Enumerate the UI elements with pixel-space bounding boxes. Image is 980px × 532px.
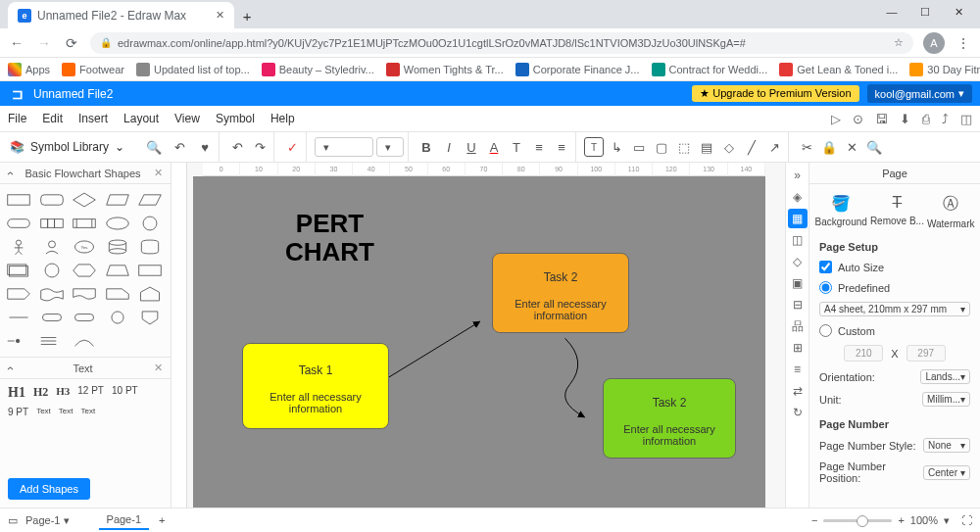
text-h2[interactable]: H2: [33, 385, 48, 401]
shape-actor[interactable]: [4, 237, 33, 257]
flowchart-shapes-header[interactable]: › Basic Flowchart Shapes ✕: [0, 163, 171, 184]
window-minimize-icon[interactable]: —: [876, 0, 907, 24]
text-12pt[interactable]: 12 PT: [77, 385, 104, 401]
layers-icon[interactable]: ⬚: [674, 137, 694, 157]
bookmark-item[interactable]: Footwear: [62, 63, 124, 76]
search-icon[interactable]: 🔍: [144, 137, 164, 157]
shape-pentagon[interactable]: [4, 284, 33, 304]
shape-doc[interactable]: [70, 284, 99, 304]
shape-icon[interactable]: ◇: [719, 137, 739, 157]
redo-icon[interactable]: ↷: [250, 137, 270, 157]
text-tool-icon[interactable]: T: [584, 137, 604, 157]
shape-ellipse[interactable]: [103, 214, 132, 233]
chevron-down-icon[interactable]: ⌄: [115, 140, 124, 154]
menu-help[interactable]: Help: [270, 112, 295, 125]
shape-cylinder[interactable]: [103, 237, 132, 257]
bookmark-item[interactable]: Updated list of top...: [136, 63, 250, 76]
menu-edit[interactable]: Edit: [42, 112, 63, 125]
group-icon[interactable]: ▣: [788, 273, 808, 293]
undo-icon[interactable]: ↶: [227, 137, 247, 157]
connector-icon[interactable]: ↳: [607, 137, 626, 157]
bookmark-item[interactable]: Contract for Weddi...: [652, 63, 768, 76]
pn-style-dropdown[interactable]: None▾: [923, 438, 970, 453]
upgrade-button[interactable]: ★ Upgrade to Premium Version: [692, 85, 858, 102]
text-block[interactable]: Text: [59, 407, 74, 417]
bookmark-item[interactable]: Women Tights & Tr...: [386, 63, 504, 76]
arrow-icon[interactable]: ↗: [764, 137, 784, 157]
data-icon[interactable]: ⊟: [788, 295, 808, 314]
zoom-out-button[interactable]: −: [811, 514, 817, 526]
shape-card[interactable]: [4, 261, 33, 280]
shape-text-block[interactable]: [37, 331, 67, 351]
distribute-icon[interactable]: ⇄: [788, 381, 808, 401]
nav-back-icon[interactable]: ←: [8, 35, 25, 51]
search-canvas-icon[interactable]: 🔍: [864, 137, 884, 157]
text-block[interactable]: Text: [80, 407, 95, 417]
browser-tab[interactable]: e Unnamed File2 - Edraw Max ✕: [8, 2, 234, 28]
text-h1[interactable]: H1: [8, 385, 25, 401]
format-painter-icon[interactable]: ✓: [282, 137, 302, 157]
shape-trapezoid[interactable]: [135, 190, 165, 210]
text-block[interactable]: Text: [36, 407, 51, 417]
italic-icon[interactable]: I: [439, 137, 459, 157]
rounded-rect-icon[interactable]: ▢: [652, 137, 671, 157]
task1-node[interactable]: Task 1 Enter all necessary information: [242, 343, 389, 429]
window-close-icon[interactable]: ✕: [943, 0, 974, 24]
shape-circle[interactable]: [135, 214, 165, 233]
shape-line2[interactable]: [4, 308, 33, 327]
close-tab-icon[interactable]: ✕: [216, 9, 224, 22]
download-icon[interactable]: ⬇: [900, 112, 910, 126]
align-center-icon[interactable]: ≡: [552, 137, 571, 157]
shape-stack[interactable]: [37, 214, 67, 233]
menu-symbol[interactable]: Symbol: [216, 112, 255, 125]
lock-icon[interactable]: 🔒: [819, 137, 839, 157]
pn-position-dropdown[interactable]: Center▾: [923, 465, 970, 480]
bookmark-item[interactable]: Get Lean & Toned i...: [779, 63, 898, 76]
menu-file[interactable]: File: [8, 112, 26, 125]
shape-parallelogram[interactable]: [103, 190, 132, 210]
height-input[interactable]: [906, 345, 946, 362]
shape-home[interactable]: [135, 284, 165, 304]
bookmark-item[interactable]: Beauty – Styledriv...: [262, 63, 374, 76]
share-icon[interactable]: ⤴: [942, 112, 949, 126]
shape-rect2[interactable]: [135, 261, 165, 280]
shape-tab[interactable]: [103, 284, 132, 304]
pert-chart-title[interactable]: PERT CHART: [285, 210, 374, 266]
chart-icon[interactable]: 品: [788, 316, 808, 336]
page-size-dropdown[interactable]: A4 sheet, 210mm x 297 mm▾: [819, 302, 970, 316]
bookmark-apps[interactable]: Apps: [8, 63, 50, 76]
canvas-sheet[interactable]: PERT CHART Task 1 Enter all necessary in…: [193, 176, 765, 508]
rect-tool-icon[interactable]: ▭: [629, 137, 649, 157]
shape-wave[interactable]: [37, 284, 67, 304]
menu-insert[interactable]: Insert: [78, 112, 108, 125]
orientation-dropdown[interactable]: Lands...▾: [920, 369, 970, 384]
history-icon[interactable]: ↻: [788, 403, 808, 422]
add-page-button[interactable]: +: [159, 514, 165, 526]
camera-icon[interactable]: ⊙: [853, 112, 863, 126]
auto-size-checkbox[interactable]: [819, 261, 832, 273]
shape-rounded-rect[interactable]: [37, 190, 67, 210]
page-dropdown[interactable]: Page-1 ▾: [25, 514, 70, 527]
text-h3[interactable]: H3: [56, 385, 70, 401]
task2-node[interactable]: Task 2 Enter all necessary information: [492, 253, 629, 333]
star-icon[interactable]: ☆: [894, 36, 904, 49]
shape-dash[interactable]: [4, 331, 33, 351]
page-tab[interactable]: Page-1: [99, 510, 149, 530]
shape-circle3[interactable]: [103, 308, 132, 327]
menu-layout[interactable]: Layout: [123, 112, 159, 125]
predefined-radio[interactable]: [819, 281, 832, 294]
nav-reload-icon[interactable]: ⟳: [63, 35, 80, 51]
shape-decision-yes[interactable]: Yes: [70, 237, 99, 257]
shape-hexagon[interactable]: [70, 261, 99, 280]
underline-icon[interactable]: U: [462, 137, 481, 157]
user-menu[interactable]: kool@gmail.com▾: [867, 84, 972, 103]
zoom-in-button[interactable]: +: [898, 514, 904, 526]
grid-icon[interactable]: ⊞: [788, 338, 808, 358]
close-panel-icon[interactable]: ✕: [154, 167, 163, 179]
kebab-menu-icon[interactable]: ⋮: [955, 35, 972, 51]
task3-node[interactable]: Task 2 Enter all necessary information: [603, 378, 736, 459]
symbol-library-label[interactable]: Symbol Library: [30, 140, 109, 154]
shape-database[interactable]: [135, 237, 165, 257]
text-9pt[interactable]: 9 PT: [8, 407, 28, 417]
shape-props-icon[interactable]: ◇: [788, 252, 808, 271]
